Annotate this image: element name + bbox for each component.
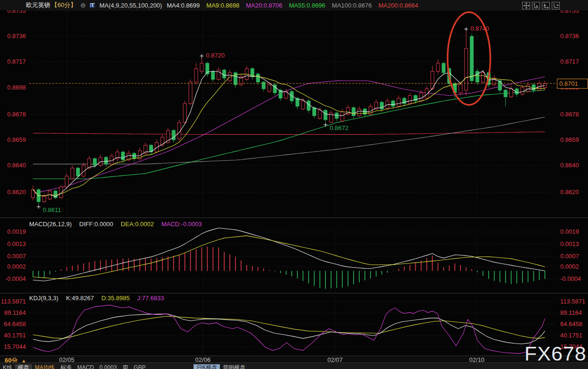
macd-axis-tick: -0.0004 [0,276,26,282]
kdj-axis-tick: 15.7044 [0,344,26,350]
toolbar-item[interactable]: MA均线 [32,364,57,369]
macd-axis-tick: 0.0013 [560,241,588,247]
macd-group [33,246,545,289]
macd-axis-tick: 0.0007 [560,253,588,260]
macd-axis-tick: 0.0019 [0,229,26,235]
kdj-panel-header: KDJ(9,3,3)K:49.8267D:35.8985J:77.6833 [29,295,164,302]
axis-scale-left-icon[interactable] [532,2,540,9]
chart-canvas[interactable]: 0.87400.87200.86110.8672 [0,0,588,369]
dea-line [33,236,545,279]
candles-group [32,31,547,205]
kdj-axis-tick: 64.6458 [0,321,26,328]
kdj-value-label: KDJ(9,3,3) [29,295,58,302]
ma-value-label: MA20:0.8706 [246,2,282,9]
macd-value-label: DEA:0.0002 [121,221,154,228]
macd-panel-header: MACD(26,12,9)DIFF:0.0000DEA:0.0002MACD:-… [29,221,202,228]
kdj-axis-tick: 40.1751 [0,332,26,339]
ma200-line [33,132,545,135]
chart-style-icon[interactable] [89,2,96,8]
kdj-axis-tick: 89.1164 [0,310,26,316]
kdj-value-label: D:35.8985 [101,295,129,302]
price-axis-tick: 0.8659 [560,137,588,143]
macd-value-label: MACD(26,12,9) [29,221,72,228]
diff-line [33,228,545,281]
toolbar-item[interactable]: 标准 [57,364,74,369]
kdj-value-label: K:49.8267 [66,295,94,302]
toolbar-item[interactable]: 简明横盘 [220,364,248,369]
toolbar-item[interactable]: 周 [120,364,131,369]
menu-circle-icon[interactable]: ⊜ [80,1,86,9]
instrument-title: 欧元英镑 [26,1,50,9]
price-axis-tick: 0.8640 [0,162,26,169]
price-axis-tick: 0.8640 [560,162,588,169]
time-axis: 60分▲ 02/0502/0602/0702/10 [0,356,588,363]
price-axis-tick: 0.8698 [0,84,26,91]
price-axis-tick: 0.8678 [560,111,588,118]
ma-value-label: MA9:0.8698 [206,2,239,9]
price-axis-tick: 0.8659 [0,137,26,143]
bottom-toolbar: K线横盘MA均线标准MACD0.0003周GBP日K横盘简明横盘 [0,362,588,369]
ma-group-label: MA(4,9,20,55,100,200) [99,2,162,9]
toolbar-item[interactable]: K线 [0,364,15,369]
macd-axis-tick: 0.0007 [0,253,26,260]
toolbar-item[interactable]: 横盘 [15,364,32,369]
pan-tool-icon[interactable] [522,2,530,9]
chart-tool-icons [522,2,560,9]
timeframe-label[interactable]: 【60分】 [51,1,76,9]
price-axis-tick: 0.8717 [560,58,588,65]
ma-values: MA4:0.8699MA9:0.8698MA20:0.8706MA55:0.86… [167,2,418,9]
kdj-axis-tick: 89.1164 [560,310,588,316]
ma-value-label: MA4:0.8699 [167,2,200,9]
macd-axis-tick: 0.0019 [560,229,588,235]
macd-value-label: MACD:-0.0003 [161,221,202,228]
kdj-value-label: J:77.6833 [137,295,164,302]
price-axis-tick: 0.8620 [0,189,26,196]
axis-shift-icon[interactable] [552,2,560,9]
toolbar-item[interactable]: GBP [131,364,148,369]
extreme-cross-icon [37,205,40,209]
extreme-label: 0.8611 [43,206,61,213]
macd-axis-tick: 0.0013 [0,241,26,247]
kdj-axis-tick: 40.1751 [560,332,588,339]
price-axis-tick: 0.8678 [0,111,26,118]
ma9-line [33,74,545,196]
kdj-axis-tick: 113.5871 [560,298,588,305]
extreme-cross-icon [464,27,468,31]
price-axis-tick: 0.8736 [0,33,26,40]
macd-axis-tick: -0.0004 [560,276,588,282]
kdj-axis-tick: 64.6458 [560,321,588,328]
kdj-axis-tick: 113.5871 [0,298,26,305]
extreme-cross-icon [323,123,327,127]
axis-scale-right-icon[interactable] [542,2,550,9]
macd-axis-tick: 0.0002 [0,263,26,270]
ma-value-label: MA200:0.8664 [379,2,419,9]
macd-value-label: DIFF:0.0000 [79,221,113,228]
extreme-cross-icon [200,54,204,58]
trading-chart-app: 0.87400.87200.86110.8672 欧元英镑 【60分】 ⊜ MA… [0,0,588,369]
k-line [33,314,545,344]
price-axis-tick: 0.8620 [560,189,588,196]
ma-value-label: MA55:0.8696 [289,2,325,9]
ma100-line [33,117,545,164]
ma20-line [33,77,545,194]
price-axis-tick: 0.8736 [560,33,588,40]
toolbar-item[interactable]: MACD [74,364,97,369]
toolbar-item[interactable]: 日K横盘 [193,364,220,369]
extreme-label: 0.8720 [206,52,225,59]
j-line [33,305,545,353]
ma-value-label: MA100:0.8676 [332,2,372,9]
toolbar-item[interactable]: 0.0003 [97,364,120,369]
chart-header: 欧元英镑 【60分】 ⊜ MA(4,9,20,55,100,200) MA4:0… [0,0,588,10]
macd-axis-tick: 0.0002 [560,263,588,270]
highlight-ellipse-annotation [448,12,491,105]
price-axis-tick: 0.8717 [0,58,26,65]
last-price-badge: 0.8701 [557,79,588,89]
extreme-label: 0.8672 [330,124,348,131]
watermark: FX678 [524,342,587,365]
